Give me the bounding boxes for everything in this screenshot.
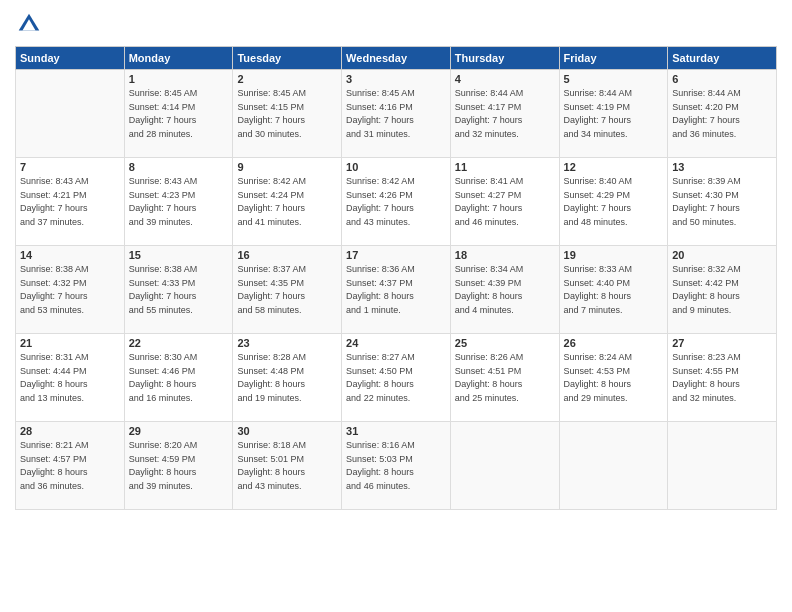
day-cell: 5Sunrise: 8:44 AM Sunset: 4:19 PM Daylig… [559, 70, 668, 158]
day-number: 20 [672, 249, 772, 261]
day-cell: 30Sunrise: 8:18 AM Sunset: 5:01 PM Dayli… [233, 422, 342, 510]
day-number: 4 [455, 73, 555, 85]
day-cell: 20Sunrise: 8:32 AM Sunset: 4:42 PM Dayli… [668, 246, 777, 334]
day-cell: 24Sunrise: 8:27 AM Sunset: 4:50 PM Dayli… [342, 334, 451, 422]
day-detail: Sunrise: 8:30 AM Sunset: 4:46 PM Dayligh… [129, 351, 229, 405]
day-detail: Sunrise: 8:37 AM Sunset: 4:35 PM Dayligh… [237, 263, 337, 317]
day-cell: 7Sunrise: 8:43 AM Sunset: 4:21 PM Daylig… [16, 158, 125, 246]
day-detail: Sunrise: 8:16 AM Sunset: 5:03 PM Dayligh… [346, 439, 446, 493]
day-cell: 21Sunrise: 8:31 AM Sunset: 4:44 PM Dayli… [16, 334, 125, 422]
week-row-2: 7Sunrise: 8:43 AM Sunset: 4:21 PM Daylig… [16, 158, 777, 246]
day-detail: Sunrise: 8:44 AM Sunset: 4:17 PM Dayligh… [455, 87, 555, 141]
day-number: 13 [672, 161, 772, 173]
day-cell: 1Sunrise: 8:45 AM Sunset: 4:14 PM Daylig… [124, 70, 233, 158]
day-number: 2 [237, 73, 337, 85]
day-number: 21 [20, 337, 120, 349]
day-detail: Sunrise: 8:43 AM Sunset: 4:23 PM Dayligh… [129, 175, 229, 229]
day-number: 28 [20, 425, 120, 437]
weekday-header-thursday: Thursday [450, 47, 559, 70]
day-number: 3 [346, 73, 446, 85]
day-cell: 8Sunrise: 8:43 AM Sunset: 4:23 PM Daylig… [124, 158, 233, 246]
weekday-header-saturday: Saturday [668, 47, 777, 70]
day-detail: Sunrise: 8:45 AM Sunset: 4:16 PM Dayligh… [346, 87, 446, 141]
day-number: 29 [129, 425, 229, 437]
day-detail: Sunrise: 8:33 AM Sunset: 4:40 PM Dayligh… [564, 263, 664, 317]
day-cell: 25Sunrise: 8:26 AM Sunset: 4:51 PM Dayli… [450, 334, 559, 422]
calendar-table: SundayMondayTuesdayWednesdayThursdayFrid… [15, 46, 777, 510]
day-number: 11 [455, 161, 555, 173]
day-detail: Sunrise: 8:21 AM Sunset: 4:57 PM Dayligh… [20, 439, 120, 493]
day-cell: 28Sunrise: 8:21 AM Sunset: 4:57 PM Dayli… [16, 422, 125, 510]
day-detail: Sunrise: 8:45 AM Sunset: 4:15 PM Dayligh… [237, 87, 337, 141]
day-number: 1 [129, 73, 229, 85]
day-number: 25 [455, 337, 555, 349]
logo-icon [15, 10, 43, 38]
day-number: 12 [564, 161, 664, 173]
day-cell: 12Sunrise: 8:40 AM Sunset: 4:29 PM Dayli… [559, 158, 668, 246]
week-row-5: 28Sunrise: 8:21 AM Sunset: 4:57 PM Dayli… [16, 422, 777, 510]
day-number: 24 [346, 337, 446, 349]
day-cell [668, 422, 777, 510]
day-detail: Sunrise: 8:23 AM Sunset: 4:55 PM Dayligh… [672, 351, 772, 405]
weekday-header-tuesday: Tuesday [233, 47, 342, 70]
day-cell: 27Sunrise: 8:23 AM Sunset: 4:55 PM Dayli… [668, 334, 777, 422]
day-cell: 19Sunrise: 8:33 AM Sunset: 4:40 PM Dayli… [559, 246, 668, 334]
day-detail: Sunrise: 8:38 AM Sunset: 4:32 PM Dayligh… [20, 263, 120, 317]
day-cell: 17Sunrise: 8:36 AM Sunset: 4:37 PM Dayli… [342, 246, 451, 334]
day-number: 6 [672, 73, 772, 85]
weekday-header-row: SundayMondayTuesdayWednesdayThursdayFrid… [16, 47, 777, 70]
week-row-1: 1Sunrise: 8:45 AM Sunset: 4:14 PM Daylig… [16, 70, 777, 158]
day-number: 10 [346, 161, 446, 173]
logo [15, 10, 47, 38]
calendar-thead: SundayMondayTuesdayWednesdayThursdayFrid… [16, 47, 777, 70]
weekday-header-wednesday: Wednesday [342, 47, 451, 70]
day-cell: 22Sunrise: 8:30 AM Sunset: 4:46 PM Dayli… [124, 334, 233, 422]
day-detail: Sunrise: 8:27 AM Sunset: 4:50 PM Dayligh… [346, 351, 446, 405]
day-cell: 29Sunrise: 8:20 AM Sunset: 4:59 PM Dayli… [124, 422, 233, 510]
day-detail: Sunrise: 8:20 AM Sunset: 4:59 PM Dayligh… [129, 439, 229, 493]
day-detail: Sunrise: 8:42 AM Sunset: 4:26 PM Dayligh… [346, 175, 446, 229]
day-number: 8 [129, 161, 229, 173]
day-cell: 16Sunrise: 8:37 AM Sunset: 4:35 PM Dayli… [233, 246, 342, 334]
day-detail: Sunrise: 8:31 AM Sunset: 4:44 PM Dayligh… [20, 351, 120, 405]
day-detail: Sunrise: 8:41 AM Sunset: 4:27 PM Dayligh… [455, 175, 555, 229]
day-detail: Sunrise: 8:26 AM Sunset: 4:51 PM Dayligh… [455, 351, 555, 405]
day-detail: Sunrise: 8:38 AM Sunset: 4:33 PM Dayligh… [129, 263, 229, 317]
day-cell: 2Sunrise: 8:45 AM Sunset: 4:15 PM Daylig… [233, 70, 342, 158]
day-cell: 31Sunrise: 8:16 AM Sunset: 5:03 PM Dayli… [342, 422, 451, 510]
day-detail: Sunrise: 8:32 AM Sunset: 4:42 PM Dayligh… [672, 263, 772, 317]
calendar-container: SundayMondayTuesdayWednesdayThursdayFrid… [0, 0, 792, 612]
calendar-header [15, 10, 777, 38]
calendar-body: 1Sunrise: 8:45 AM Sunset: 4:14 PM Daylig… [16, 70, 777, 510]
day-number: 7 [20, 161, 120, 173]
day-number: 23 [237, 337, 337, 349]
day-number: 15 [129, 249, 229, 261]
day-number: 18 [455, 249, 555, 261]
day-number: 27 [672, 337, 772, 349]
day-cell: 23Sunrise: 8:28 AM Sunset: 4:48 PM Dayli… [233, 334, 342, 422]
day-cell [16, 70, 125, 158]
day-cell: 4Sunrise: 8:44 AM Sunset: 4:17 PM Daylig… [450, 70, 559, 158]
day-number: 26 [564, 337, 664, 349]
day-detail: Sunrise: 8:36 AM Sunset: 4:37 PM Dayligh… [346, 263, 446, 317]
week-row-4: 21Sunrise: 8:31 AM Sunset: 4:44 PM Dayli… [16, 334, 777, 422]
weekday-header-friday: Friday [559, 47, 668, 70]
day-detail: Sunrise: 8:45 AM Sunset: 4:14 PM Dayligh… [129, 87, 229, 141]
day-number: 9 [237, 161, 337, 173]
weekday-header-sunday: Sunday [16, 47, 125, 70]
day-detail: Sunrise: 8:28 AM Sunset: 4:48 PM Dayligh… [237, 351, 337, 405]
day-cell: 15Sunrise: 8:38 AM Sunset: 4:33 PM Dayli… [124, 246, 233, 334]
day-detail: Sunrise: 8:42 AM Sunset: 4:24 PM Dayligh… [237, 175, 337, 229]
day-cell: 10Sunrise: 8:42 AM Sunset: 4:26 PM Dayli… [342, 158, 451, 246]
day-number: 17 [346, 249, 446, 261]
day-detail: Sunrise: 8:44 AM Sunset: 4:19 PM Dayligh… [564, 87, 664, 141]
day-detail: Sunrise: 8:24 AM Sunset: 4:53 PM Dayligh… [564, 351, 664, 405]
day-detail: Sunrise: 8:43 AM Sunset: 4:21 PM Dayligh… [20, 175, 120, 229]
day-number: 14 [20, 249, 120, 261]
day-detail: Sunrise: 8:34 AM Sunset: 4:39 PM Dayligh… [455, 263, 555, 317]
day-cell [450, 422, 559, 510]
day-number: 30 [237, 425, 337, 437]
day-number: 19 [564, 249, 664, 261]
day-cell: 11Sunrise: 8:41 AM Sunset: 4:27 PM Dayli… [450, 158, 559, 246]
day-cell: 6Sunrise: 8:44 AM Sunset: 4:20 PM Daylig… [668, 70, 777, 158]
